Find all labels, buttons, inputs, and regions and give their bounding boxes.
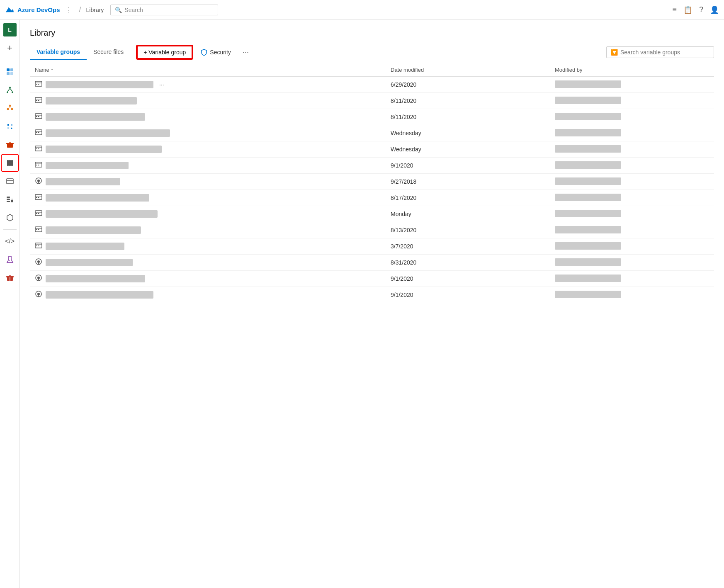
row-more-options[interactable]: ···: [157, 80, 167, 89]
table-cell-modified-by: [550, 287, 714, 303]
sidebar-item-package[interactable]: [2, 270, 18, 286]
table-row: 8/31/2020: [30, 255, 714, 271]
breadcrumb-slash: /: [79, 5, 81, 14]
modified-by-placeholder: [555, 113, 621, 120]
row-name-placeholder[interactable]: [46, 291, 153, 299]
sidebar-item-artifacts[interactable]: [2, 136, 18, 153]
row-name-placeholder[interactable]: [46, 243, 124, 250]
table-cell-date: 9/27/2018: [386, 174, 550, 190]
table-cell-name: [30, 158, 386, 174]
svg-rect-18: [7, 160, 9, 166]
table-row: 8/11/2020: [30, 109, 714, 125]
modified-by-placeholder: [555, 161, 621, 169]
tab-secure-files[interactable]: Secure files: [87, 44, 130, 60]
user-settings-icon[interactable]: 👤: [710, 5, 719, 15]
row-name-placeholder[interactable]: [46, 129, 170, 137]
sidebar-item-testplans[interactable]: [2, 118, 18, 135]
svg-rect-17: [9, 142, 11, 143]
topbar-actions: ≡ 📋 ? 👤: [672, 5, 719, 15]
row-name-placeholder[interactable]: [46, 146, 162, 153]
search-input[interactable]: [124, 7, 214, 13]
clipboard-icon[interactable]: 📋: [683, 5, 692, 15]
list-icon[interactable]: ≡: [672, 5, 677, 14]
sidebar-item-taskgroups[interactable]: [2, 191, 18, 208]
tab-variable-groups[interactable]: Variable groups: [30, 44, 87, 60]
row-name-placeholder[interactable]: [46, 162, 129, 169]
row-name-placeholder[interactable]: [46, 194, 149, 202]
sidebar-item-extensions[interactable]: </>: [2, 233, 18, 250]
svg-rect-0: [7, 68, 10, 71]
main-layout: L + </>: [0, 20, 724, 588]
svg-rect-2: [7, 72, 10, 75]
svg-rect-49: [38, 132, 39, 133]
row-name-placeholder[interactable]: [46, 113, 145, 121]
table-row: 9/1/2020: [30, 287, 714, 303]
row-name-placeholder[interactable]: [46, 178, 120, 185]
variable-icon: [35, 161, 42, 170]
add-variable-group-button[interactable]: + Variable group: [137, 46, 192, 59]
col-header-date: Date modified: [386, 63, 550, 77]
table-cell-name: [30, 141, 386, 158]
search-variable-groups-box[interactable]: 🔽: [606, 46, 714, 58]
add-icon: +: [7, 43, 12, 53]
row-name-placeholder[interactable]: [46, 259, 133, 266]
table-cell-modified-by: [550, 158, 714, 174]
breadcrumb-library[interactable]: Library: [86, 7, 104, 13]
search-variable-groups-input[interactable]: [620, 49, 709, 56]
svg-rect-77: [38, 245, 39, 246]
global-search-box[interactable]: 🔍: [110, 5, 218, 15]
table-cell-date: 6/29/2020: [386, 77, 550, 93]
svg-line-7: [7, 88, 10, 92]
sidebar-item-library[interactable]: [2, 155, 18, 171]
col-header-name[interactable]: Name ↑: [30, 63, 386, 77]
extensions-icon: </>: [5, 238, 15, 245]
table-cell-modified-by: [550, 93, 714, 109]
modified-by-placeholder: [555, 177, 621, 185]
keyvault-icon: [35, 274, 42, 283]
svg-point-29: [9, 260, 10, 261]
row-name-placeholder[interactable]: [46, 226, 141, 234]
svg-rect-53: [38, 148, 39, 149]
modified-by-placeholder: [555, 291, 621, 298]
svg-rect-1: [10, 68, 13, 71]
modified-by-placeholder: [555, 210, 621, 217]
variable-icon: [35, 226, 42, 235]
row-name-placeholder[interactable]: [46, 97, 137, 104]
row-name-placeholder[interactable]: [46, 81, 153, 88]
table-cell-modified-by: [550, 125, 714, 141]
sidebar-item-boards[interactable]: [2, 63, 18, 80]
sidebar-item-releases[interactable]: [2, 173, 18, 190]
modified-by-placeholder: [555, 145, 621, 153]
table-cell-name: [30, 238, 386, 255]
table-cell-date: Wednesday: [386, 141, 550, 158]
sidebar-item-repos[interactable]: [2, 82, 18, 98]
row-name-placeholder[interactable]: [46, 275, 145, 282]
table-row: Monday: [30, 206, 714, 222]
row-name-placeholder[interactable]: [46, 210, 158, 218]
table-cell-date: Monday: [386, 206, 550, 222]
sidebar-item-lab[interactable]: [2, 251, 18, 268]
topbar: Azure DevOps ⋮ / Library 🔍 ≡ 📋 ? 👤: [0, 0, 724, 20]
sidebar-divider-2: [3, 229, 17, 230]
variable-icon: [35, 145, 42, 154]
svg-rect-44: [36, 116, 37, 117]
table-row: 8/17/2020: [30, 190, 714, 206]
app-logo[interactable]: Azure DevOps: [5, 5, 60, 15]
sidebar: L + </>: [0, 20, 20, 588]
sidebar-item-add[interactable]: +: [2, 40, 18, 56]
table-cell-modified-by: [550, 238, 714, 255]
more-options-button[interactable]: ···: [239, 46, 252, 58]
breadcrumb-sep: ⋮: [65, 5, 73, 15]
help-icon[interactable]: ?: [699, 5, 703, 14]
table-cell-name: [30, 222, 386, 238]
sidebar-item-deploymentgroups[interactable]: [2, 209, 18, 226]
table-body: ···6/29/20208/11/20208/11/2020WednesdayW…: [30, 77, 714, 303]
svg-rect-57: [38, 165, 39, 165]
avatar[interactable]: L: [3, 23, 17, 36]
table-row: ···6/29/2020: [30, 77, 714, 93]
svg-line-13: [8, 108, 9, 109]
svg-rect-40: [36, 100, 37, 101]
table-cell-name: [30, 109, 386, 125]
sidebar-item-pipelines[interactable]: [2, 100, 18, 117]
security-button[interactable]: Security: [196, 46, 236, 58]
